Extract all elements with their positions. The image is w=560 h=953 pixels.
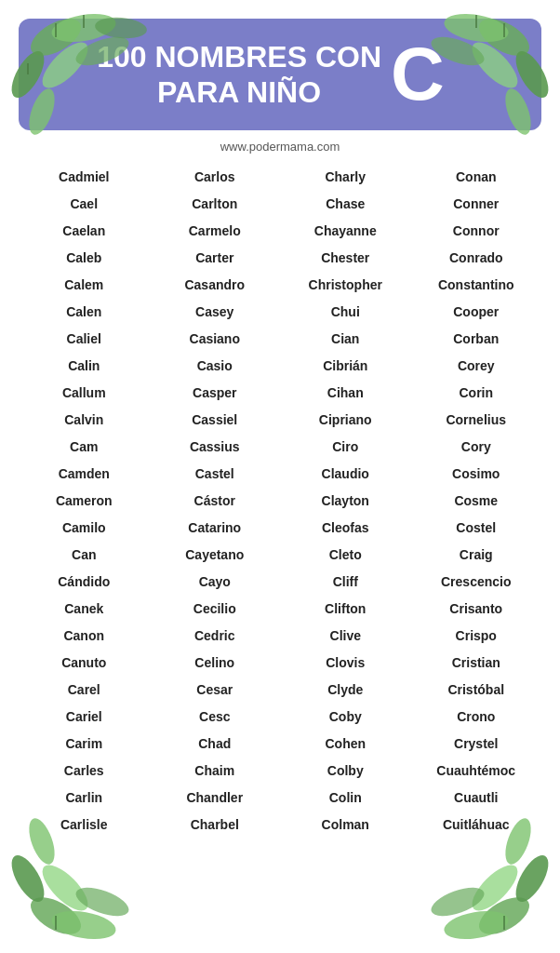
name-cell: Connor xyxy=(411,219,542,244)
name-cell: Cihan xyxy=(280,381,411,406)
name-cell: Constantino xyxy=(411,273,542,298)
name-cell: Calen xyxy=(19,300,150,325)
name-cell: Cassiel xyxy=(150,408,281,433)
name-cell: Costel xyxy=(411,516,542,541)
name-cell: Ciro xyxy=(280,435,411,460)
name-cell: Carter xyxy=(150,246,281,271)
name-cell: Chandler xyxy=(150,785,281,811)
name-cell: Cam xyxy=(19,435,150,460)
name-cell: Cuitláhuac xyxy=(411,812,542,838)
name-cell: Can xyxy=(19,543,150,568)
name-cell: Carim xyxy=(19,732,150,757)
name-cell: Corban xyxy=(411,327,542,352)
svg-point-29 xyxy=(428,881,488,921)
header-letter: C xyxy=(391,37,445,112)
name-cell: Cael xyxy=(19,192,150,217)
name-cell: Chaim xyxy=(150,758,281,784)
name-cell: Crescencio xyxy=(411,570,542,595)
name-cell: Callum xyxy=(19,381,150,406)
name-cell: Canon xyxy=(19,624,150,649)
name-cell: Casper xyxy=(150,381,281,406)
name-cell: Conrado xyxy=(411,246,542,271)
name-cell: Corin xyxy=(411,381,542,406)
name-cell: Cayo xyxy=(150,570,281,595)
name-cell: Cooper xyxy=(411,300,542,325)
website-url: www.podermama.com xyxy=(0,130,560,161)
name-cell: Chase xyxy=(280,192,411,217)
name-cell: Caleb xyxy=(19,246,150,271)
name-cell: Cipriano xyxy=(280,408,411,433)
name-cell: Cohen xyxy=(280,732,411,757)
name-cell: Cleofas xyxy=(280,516,411,541)
name-cell: Camilo xyxy=(19,516,150,541)
name-cell: Casio xyxy=(150,354,281,379)
name-cell: Corey xyxy=(411,354,542,379)
name-cell: Clovis xyxy=(280,651,411,676)
name-cell: Conan xyxy=(411,165,542,190)
svg-point-27 xyxy=(510,851,555,906)
name-cell: Claudio xyxy=(280,462,411,487)
name-cell: Charly xyxy=(280,165,411,190)
name-cell: Cuautli xyxy=(411,785,542,811)
name-cell: Cameron xyxy=(19,489,150,514)
name-cell: Carles xyxy=(19,758,150,784)
svg-point-20 xyxy=(6,851,51,906)
name-cell: Calin xyxy=(19,354,150,379)
name-cell: Cándido xyxy=(19,570,150,595)
name-cell: Cosimo xyxy=(411,462,542,487)
name-cell: Cassius xyxy=(150,435,281,460)
name-cell: Christopher xyxy=(280,273,411,298)
name-cell: Charbel xyxy=(150,812,281,838)
name-cell: Catarino xyxy=(150,516,281,541)
name-cell: Colby xyxy=(280,758,411,784)
name-cell: Colman xyxy=(280,812,411,838)
name-cell: Carlton xyxy=(150,192,281,217)
name-cell: Craig xyxy=(411,543,542,568)
name-cell: Clyde xyxy=(280,678,411,703)
name-cell: Cuauhtémoc xyxy=(411,758,542,784)
name-cell: Cleto xyxy=(280,543,411,568)
name-cell: Crisanto xyxy=(411,597,542,622)
name-cell: Casiano xyxy=(150,327,281,352)
name-cell: Conner xyxy=(411,192,542,217)
name-cell: Casandro xyxy=(150,273,281,298)
name-cell: Chayanne xyxy=(280,219,411,244)
header-title-line1: 100 NOMBRES CON xyxy=(97,39,381,74)
name-cell: Cliff xyxy=(280,570,411,595)
header-banner: 100 NOMBRES CON PARA NIÑO C xyxy=(19,19,541,130)
name-cell: Cosme xyxy=(411,489,542,514)
name-cell: Chad xyxy=(150,732,281,757)
name-cell: Coby xyxy=(280,705,411,730)
header-title-line2: PARA NIÑO xyxy=(157,74,321,110)
name-cell: Calem xyxy=(19,273,150,298)
name-cell: Cedric xyxy=(150,624,281,649)
names-grid: CadmielCarlosCharlyConanCaelCarltonChase… xyxy=(0,161,560,856)
svg-point-18 xyxy=(25,890,87,942)
svg-point-21 xyxy=(35,858,95,918)
name-cell: Clive xyxy=(280,624,411,649)
name-cell: Cesc xyxy=(150,705,281,730)
name-cell: Cariel xyxy=(19,705,150,730)
name-cell: Canuto xyxy=(19,651,150,676)
name-cell: Caliel xyxy=(19,327,150,352)
name-cell: Cadmiel xyxy=(19,165,150,190)
name-cell: Celino xyxy=(150,651,281,676)
name-cell: Carlisle xyxy=(19,812,150,838)
name-cell: Castel xyxy=(150,462,281,487)
name-cell: Cibrián xyxy=(280,354,411,379)
name-cell: Clayton xyxy=(280,489,411,514)
svg-point-22 xyxy=(73,881,133,921)
svg-point-26 xyxy=(442,906,511,944)
name-cell: Cornelius xyxy=(411,408,542,433)
svg-point-19 xyxy=(49,906,118,944)
name-cell: Cayetano xyxy=(150,543,281,568)
name-cell: Cristóbal xyxy=(411,678,542,703)
name-cell: Cesar xyxy=(150,678,281,703)
name-cell: Calvin xyxy=(19,408,150,433)
svg-point-28 xyxy=(465,858,525,918)
name-cell: Crystel xyxy=(411,732,542,757)
name-cell: Carel xyxy=(19,678,150,703)
name-cell: Cian xyxy=(280,327,411,352)
name-cell: Chui xyxy=(280,300,411,325)
name-cell: Cástor xyxy=(150,489,281,514)
